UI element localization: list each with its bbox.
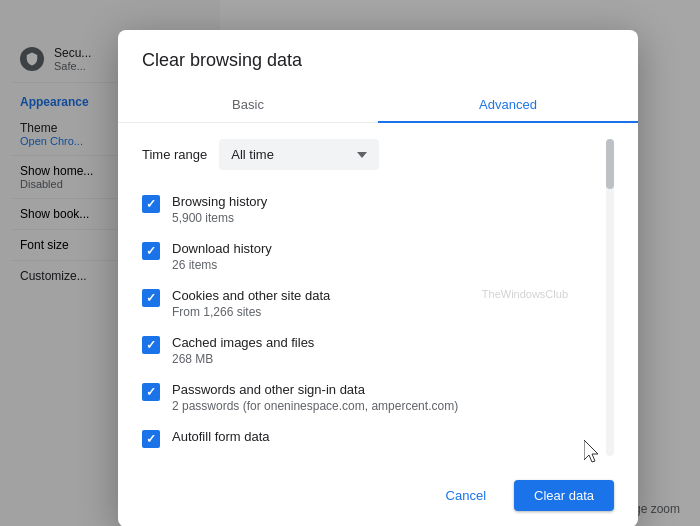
browsing-history-item: ✓ Browsing history 5,900 items [142,186,598,233]
cancel-button[interactable]: Cancel [426,480,506,511]
check-icon: ✓ [146,292,156,304]
cookies-title: Cookies and other site data [172,288,598,303]
cookies-sub: From 1,266 sites [172,305,598,319]
scrollbar-thumb[interactable] [606,139,614,189]
download-history-item: ✓ Download history 26 items [142,233,598,280]
tab-basic[interactable]: Basic [118,87,378,122]
clear-data-button[interactable]: Clear data [514,480,614,511]
download-history-checkbox[interactable]: ✓ [142,242,160,260]
browsing-history-checkbox[interactable]: ✓ [142,195,160,213]
download-history-title: Download history [172,241,598,256]
passwords-sub: 2 passwords (for oneninespace.com, amper… [172,399,598,413]
dialog-header: Clear browsing data [118,30,638,71]
scrollbar-track[interactable] [606,139,614,456]
browsing-history-title: Browsing history [172,194,598,209]
autofill-checkbox[interactable]: ✓ [142,430,160,448]
check-icon: ✓ [146,198,156,210]
cached-images-item: ✓ Cached images and files 268 MB [142,327,598,374]
autofill-title: Autofill form data [172,429,598,444]
dialog-tabs: Basic Advanced [118,87,638,123]
check-icon: ✓ [146,245,156,257]
download-history-sub: 26 items [172,258,598,272]
passwords-item: ✓ Passwords and other sign-in data 2 pas… [142,374,598,421]
time-range-select[interactable]: All time [219,139,379,170]
clear-browsing-data-dialog: Clear browsing data Basic Advanced Time … [118,30,638,526]
browsing-history-sub: 5,900 items [172,211,598,225]
passwords-checkbox[interactable]: ✓ [142,383,160,401]
cached-images-sub: 268 MB [172,352,598,366]
select-arrow-icon [357,152,367,158]
check-icon: ✓ [146,386,156,398]
dialog-footer: Cancel Clear data [118,472,638,526]
time-range-value: All time [231,147,274,162]
check-icon: ✓ [146,433,156,445]
cookies-checkbox[interactable]: ✓ [142,289,160,307]
passwords-title: Passwords and other sign-in data [172,382,598,397]
check-icon: ✓ [146,339,156,351]
tab-advanced[interactable]: Advanced [378,87,638,122]
dialog-body: Time range All time ✓ Browsing history 5… [118,123,638,472]
cached-images-title: Cached images and files [172,335,598,350]
cookies-item: ✓ Cookies and other site data From 1,266… [142,280,598,327]
dialog-title: Clear browsing data [142,50,614,71]
cached-images-checkbox[interactable]: ✓ [142,336,160,354]
autofill-item: ✓ Autofill form data [142,421,598,456]
time-range-row: Time range All time [142,139,598,170]
time-range-label: Time range [142,147,207,162]
